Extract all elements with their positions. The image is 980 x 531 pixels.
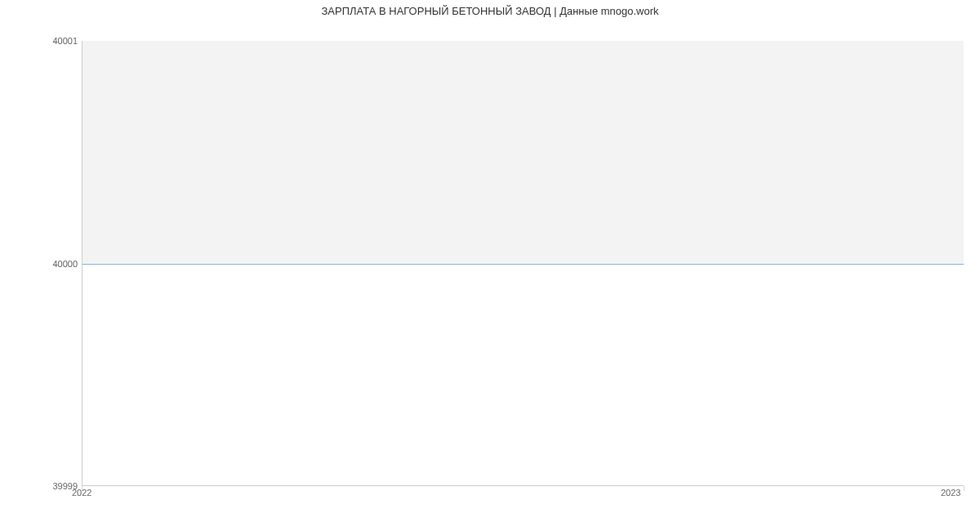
y-axis — [82, 41, 82, 486]
y-tick-label: 40001 — [4, 36, 78, 46]
y-tick-label: 39999 — [4, 481, 78, 491]
x-tick-mark — [964, 486, 964, 491]
plot-area — [82, 41, 964, 486]
plot-band-upper — [82, 41, 964, 264]
x-tick-label: 2022 — [72, 488, 91, 498]
chart-root: ЗАРПЛАТА В НАГОРНЫЙ БЕТОННЫЙ ЗАВОД | Дан… — [0, 0, 980, 531]
chart-title: ЗАРПЛАТА В НАГОРНЫЙ БЕТОННЫЙ ЗАВОД | Дан… — [0, 5, 980, 17]
plot-band-lower — [82, 264, 964, 487]
x-tick-label: 2023 — [941, 488, 960, 498]
y-tick-label: 40000 — [4, 259, 78, 269]
x-axis — [82, 485, 964, 486]
data-line — [82, 264, 964, 265]
